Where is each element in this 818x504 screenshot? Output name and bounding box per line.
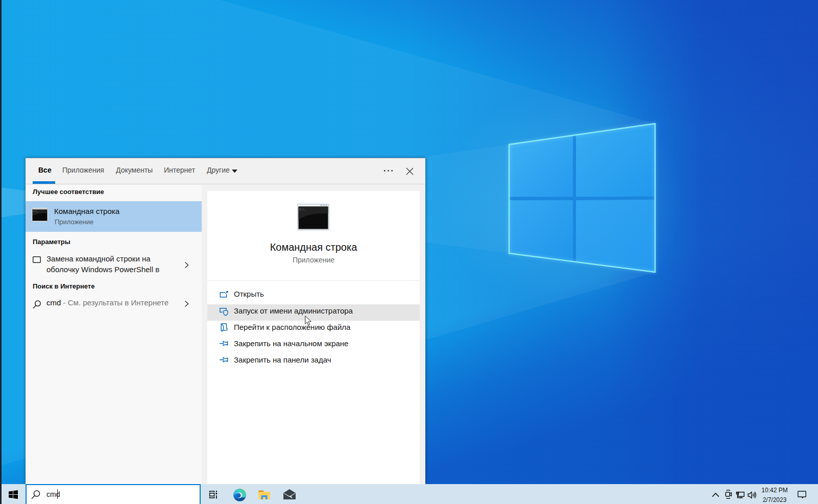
svg-text:C:\_: C:\_ xyxy=(33,210,38,212)
svg-text:C:\_: C:\_ xyxy=(300,208,306,211)
